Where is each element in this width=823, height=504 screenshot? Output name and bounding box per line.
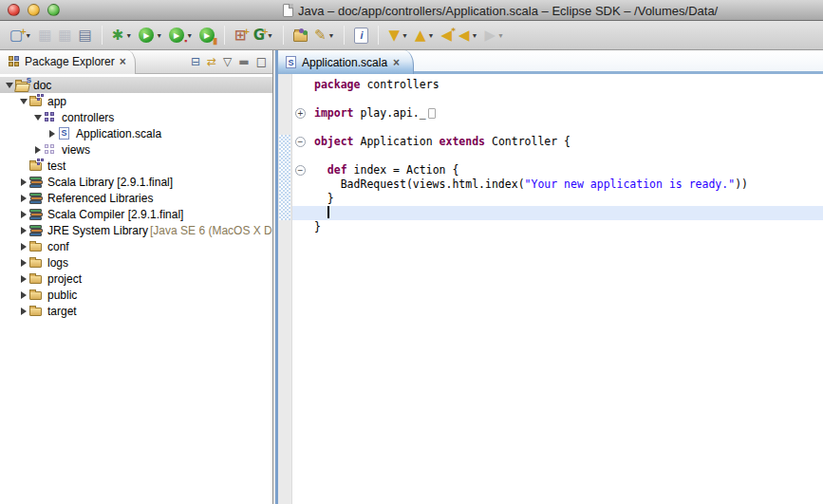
disclosure-down-icon[interactable] [18,99,28,104]
close-button[interactable] [8,4,20,16]
traffic-lights [8,4,60,16]
code-line[interactable] [292,206,823,220]
code-line[interactable] [292,121,823,135]
disclosure-right-icon[interactable] [18,259,28,267]
toolbar-separator [378,26,379,45]
close-view-icon[interactable]: × [120,55,126,68]
tree-item-conf[interactable]: conf [0,238,272,254]
new-scala-wizard-button[interactable]: G+▼ [252,24,275,47]
tree-item-test[interactable]: test [0,158,272,174]
disclosure-right-icon[interactable] [32,146,43,154]
tree-item-logs[interactable]: logs [0,254,272,271]
run-button[interactable]: ▶▼ [137,24,164,47]
last-edit-location-button[interactable]: ◀* [439,24,454,47]
code-line[interactable]: } [292,192,823,206]
code-line[interactable]: } [292,220,823,234]
tree-item-doc[interactable]: Sdoc [0,77,272,93]
tree-item-jre-system-library[interactable]: JRE System Library[Java SE 6 (MacOS X De… [0,222,272,238]
text-cursor [327,206,329,218]
tree-item-referenced-libraries[interactable]: Referenced Libraries [0,190,272,206]
minimize-view-button[interactable]: ▬ [238,56,249,67]
open-resource-button[interactable] [291,24,309,47]
code-editor[interactable]: package controllers+import play.api._−ob… [278,74,823,504]
toolbar-separator [344,26,345,45]
mark-occurrences-button[interactable]: i [352,24,370,47]
tree-item-views[interactable]: views [0,141,272,158]
disclosure-right-icon[interactable] [18,195,28,202]
project-tree[interactable]: SdocappcontrollersSApplication.scalaview… [0,74,272,504]
code-line[interactable]: −object Application extends Controller { [292,135,823,149]
minimize-button[interactable] [28,4,40,16]
editor-tab-label: Application.scala [302,56,387,69]
link-with-editor-button[interactable]: ⇄ [207,56,216,67]
tree-item-controllers[interactable]: controllers [0,109,272,125]
fold-minus-icon[interactable]: − [295,137,306,147]
package-explorer-toolbar: ⊟⇄▽▬□ [191,56,272,67]
package-empty-icon [43,142,59,158]
code-line[interactable]: package controllers [292,78,823,92]
code-token: "Your new application is ready." [525,177,736,191]
disclosure-down-icon[interactable] [32,115,43,121]
forward-button[interactable]: ▶▼ [482,24,505,47]
tree-item-label: app [47,95,66,108]
collapsed-code-icon[interactable] [428,108,436,119]
search-button[interactable]: ✎▼ [312,24,337,47]
eclipse-window: Java – doc/app/controllers/Application.s… [0,0,823,504]
fold-plus-icon[interactable]: + [295,108,306,119]
disclosure-right-icon[interactable] [18,243,28,251]
tree-item-label: public [47,289,77,302]
tree-item-project[interactable]: project [0,271,272,287]
prev-annotation-button[interactable]: ▲▼ [413,24,436,47]
run-as-button[interactable]: ▶▪▼ [167,24,195,47]
code-token: extends [440,135,485,148]
tree-item-public[interactable]: public [0,287,272,303]
disclosure-right-icon[interactable] [18,178,28,186]
disclosure-right-icon[interactable] [18,211,28,218]
code-line[interactable]: BadRequest(views.html.index("Your new ap… [292,177,823,192]
code-token: BadRequest(views.html.index( [314,177,525,191]
zoom-button[interactable] [47,4,60,16]
save-button[interactable]: ▦ [36,24,53,47]
code-token [314,163,327,177]
debug-button[interactable]: ✱▼ [110,24,135,47]
tab-application-scala[interactable]: S Application.scala × [278,50,414,74]
badge-icon: + [261,24,269,40]
disclosure-down-icon[interactable] [4,83,14,88]
code-line[interactable]: +import play.api._ [292,106,823,121]
code-lines[interactable]: package controllers+import play.api._−ob… [292,78,823,234]
collapse-all-button[interactable]: ⊟ [191,56,200,67]
disclosure-right-icon[interactable] [18,291,28,299]
disclosure-right-icon[interactable] [18,308,28,315]
fold-minus-icon[interactable]: − [295,165,306,176]
annotation-ruler[interactable] [278,74,292,504]
tree-item-app[interactable]: app [0,93,272,109]
tree-item-scala-compiler[interactable]: Scala Compiler [2.9.1.final] [0,206,272,222]
main-toolbar: ▢+▼▦▦▤✱▼▶▼▶▪▼▶▮⊞+G+▼✎▼i▼▼▲▼◀*◀▼▶▼ [0,21,823,50]
disclosure-right-icon[interactable] [47,130,57,138]
back-button[interactable]: ◀▼ [457,24,479,47]
disclosure-right-icon[interactable] [18,227,28,234]
code-line[interactable] [292,92,823,106]
run-history-button[interactable]: ▶▮ [197,24,216,47]
maximize-view-button[interactable]: □ [256,56,267,67]
save-all-button[interactable]: ▦ [56,24,73,47]
save-button-icon: ▦ [38,28,51,44]
code-line[interactable] [292,149,823,163]
next-annotation-button[interactable]: ▼▼ [386,24,409,47]
range-indicator [279,135,290,220]
tree-item-scala-library[interactable]: Scala Library [2.9.1.final] [0,174,272,190]
print-button[interactable]: ▤ [77,24,94,47]
code-line[interactable]: − def index = Action { [292,163,823,177]
next-annotation-button-icon: ▼ [388,28,400,44]
tree-item-application-scala[interactable]: SApplication.scala [0,125,272,141]
folder-icon [28,271,45,287]
title-bar[interactable]: Java – doc/app/controllers/Application.s… [0,0,823,21]
new-java-project-button[interactable]: ⊞+ [233,24,249,47]
new-wizard-button[interactable]: ▢+▼ [8,24,33,47]
tree-item-target[interactable]: target [0,303,272,319]
tab-package-explorer[interactable]: Package Explorer × [0,50,136,74]
view-menu-button[interactable]: ▽ [223,56,232,67]
close-tab-icon[interactable]: × [393,56,400,69]
dropdown-arrow-icon: ▼ [156,32,162,39]
disclosure-right-icon[interactable] [18,275,28,283]
